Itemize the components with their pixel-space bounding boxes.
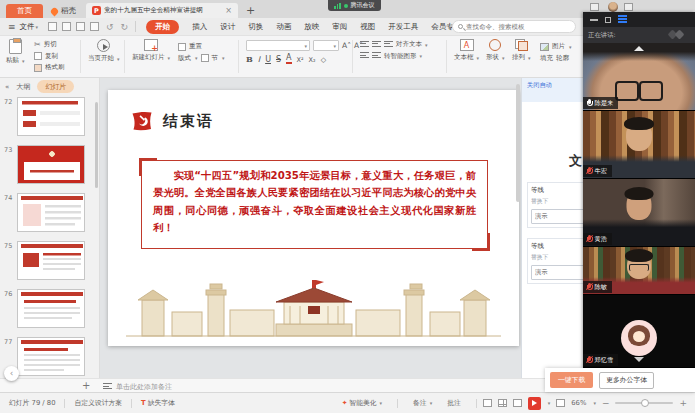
font-family-select[interactable]: ▾ [246, 40, 310, 51]
slide-thumbnail-75[interactable] [17, 241, 85, 280]
participant-video-1[interactable]: 陈楚来 [583, 43, 695, 111]
tencent-meeting-pill[interactable]: 腾讯会议 [328, 0, 381, 11]
numbered-list-icon[interactable] [372, 41, 381, 49]
chevron-down-icon[interactable]: ▾ [548, 400, 551, 406]
tab-view[interactable]: 视图 [360, 22, 375, 32]
outline-tab[interactable]: 大纲 [16, 82, 30, 92]
section-button[interactable]: 节▾ [201, 54, 225, 63]
tab-devtools[interactable]: 开发工具 [388, 22, 418, 32]
more-fonts-button[interactable]: 更多办公字体 [599, 372, 654, 389]
docer-tab[interactable]: 稻壳 [43, 4, 84, 18]
titlebar-tool-icon[interactable] [624, 3, 633, 11]
underline-button[interactable]: U [265, 55, 271, 64]
design-scheme[interactable]: 自定义设计方案 [74, 398, 122, 408]
slide-thumbnail-72[interactable] [17, 97, 85, 136]
outline-button[interactable]: 轮廓 [556, 54, 569, 63]
font-replacement-select[interactable]: 演示 [531, 209, 583, 224]
grow-font-button[interactable]: A˄ [342, 41, 351, 50]
clear-format-button[interactable]: ◇ [321, 56, 326, 64]
slideshow-play-button[interactable] [528, 397, 541, 410]
picture-button[interactable]: 图片▾ [540, 42, 572, 51]
normal-view-icon[interactable] [483, 399, 492, 407]
missing-fonts-status[interactable]: T缺失字体 [141, 398, 175, 408]
zoom-slider-knob[interactable] [641, 399, 649, 407]
participant-video-5[interactable]: 郑忆雪 [583, 295, 695, 368]
copy-button[interactable]: 复制 [34, 52, 65, 61]
subscript-button[interactable]: X₂ [309, 56, 316, 64]
slide-thumbnail-73[interactable] [17, 145, 85, 184]
slide-thumbnail-76[interactable] [17, 289, 85, 328]
minimize-icon[interactable] [590, 19, 598, 21]
titlebar-tool-icon[interactable] [590, 3, 599, 11]
textbox-button[interactable]: A 文本框▾ [454, 39, 479, 62]
font-color-button[interactable]: A [286, 54, 291, 64]
output-icon[interactable] [62, 22, 71, 31]
layout-button[interactable]: 版式▾ [178, 54, 198, 63]
undo-icon[interactable]: ↺ [106, 22, 114, 32]
notes-placeholder[interactable]: 单击此处添加备注 [116, 382, 172, 392]
zoom-slider[interactable] [615, 402, 673, 404]
align-left-icon[interactable] [384, 41, 393, 49]
preview-icon[interactable] [90, 22, 99, 31]
participant-video-4[interactable]: 陈敏 [583, 247, 695, 295]
file-menu[interactable]: 文件 [20, 22, 35, 32]
user-avatar[interactable] [608, 2, 618, 12]
notes-button[interactable]: 备注▾ [413, 398, 432, 408]
paste-button[interactable]: 粘贴▾ [6, 39, 25, 65]
tab-review[interactable]: 审阅 [332, 22, 347, 32]
print-icon[interactable] [76, 22, 85, 31]
command-search[interactable] [452, 20, 576, 33]
chevron-down-icon[interactable]: ▾ [593, 400, 596, 406]
participant-video-3[interactable]: 黄浩 [583, 179, 695, 247]
superscript-button[interactable]: X² [297, 56, 304, 64]
comments-button[interactable]: 批注 [447, 398, 461, 408]
tab-design[interactable]: 设计 [220, 22, 235, 32]
document-tab[interactable]: P 党的十九届五中全会精神宣讲提纲 × [86, 3, 238, 18]
arrange-button[interactable]: 排列▾ [512, 39, 531, 62]
align-text-button[interactable]: 对齐文本▾ [396, 40, 428, 49]
format-painter-button[interactable]: 格式刷 [34, 63, 65, 72]
maximize-icon[interactable] [605, 17, 611, 23]
new-slide-button[interactable]: 新建幻灯片▾ [132, 39, 170, 62]
save-icon[interactable] [48, 22, 57, 31]
home-tab[interactable]: 首页 [6, 4, 43, 18]
reset-button[interactable]: 重置 [178, 42, 225, 51]
slide-thumbnail-77[interactable] [17, 337, 85, 376]
play-from-current-button[interactable]: 当页开始▾ [88, 39, 120, 63]
bullet-list-icon[interactable] [360, 41, 369, 49]
collapse-videos-icon[interactable] [634, 46, 644, 51]
tab-transition[interactable]: 切换 [248, 22, 263, 32]
previous-slide-floating-button[interactable]: ‹ [4, 366, 19, 381]
meeting-menu-icon[interactable] [618, 15, 627, 24]
tab-animation[interactable]: 动画 [276, 22, 291, 32]
tab-slideshow[interactable]: 放映 [304, 22, 319, 32]
italic-button[interactable]: I [258, 55, 260, 64]
font-size-select[interactable]: ▾ [313, 40, 339, 51]
slides-tab[interactable]: 幻灯片 [37, 80, 74, 93]
expand-videos-icon[interactable] [634, 357, 644, 362]
tab-insert[interactable]: 插入 [192, 22, 207, 32]
slide-sorter-view-icon[interactable] [498, 399, 507, 407]
zoom-out-button[interactable]: − [602, 398, 610, 408]
slide-body-box[interactable]: 实现“十四五”规划和2035年远景目标，意义重大，任务艰巨，前景光明。全党全国各… [141, 160, 488, 249]
to-smartart-button[interactable]: 转智能图形▾ [384, 52, 422, 61]
redo-icon[interactable]: ↻ [121, 22, 129, 32]
canvas-scrollbar[interactable] [516, 84, 520, 202]
search-input[interactable] [466, 23, 566, 31]
fill-button[interactable]: 填充 [540, 54, 553, 63]
current-slide[interactable]: 结束语 实现“十四五”规划和2035年远景目标，意义重大，任务艰巨，前景光明。全… [108, 90, 519, 346]
participant-video-2[interactable]: 牛宏 [583, 111, 695, 179]
download-fonts-button[interactable]: 一键下载 [550, 372, 593, 388]
cut-button[interactable]: ✂剪切 [34, 40, 65, 49]
collapse-panel-icon[interactable]: « [5, 83, 9, 91]
new-tab-button[interactable]: + [246, 4, 255, 17]
menu-icon[interactable]: ≡ [8, 22, 16, 32]
shapes-button[interactable]: 形状▾ [486, 39, 505, 62]
font-replacement-select[interactable]: 演示 [531, 265, 583, 280]
thumbnail-scrollbar[interactable] [95, 102, 98, 188]
strikethrough-button[interactable]: S [276, 55, 281, 64]
add-slide-button[interactable]: + [82, 380, 90, 391]
fit-window-icon[interactable] [556, 399, 565, 407]
reading-view-icon[interactable] [513, 399, 522, 407]
indent-decrease-icon[interactable] [360, 52, 369, 60]
